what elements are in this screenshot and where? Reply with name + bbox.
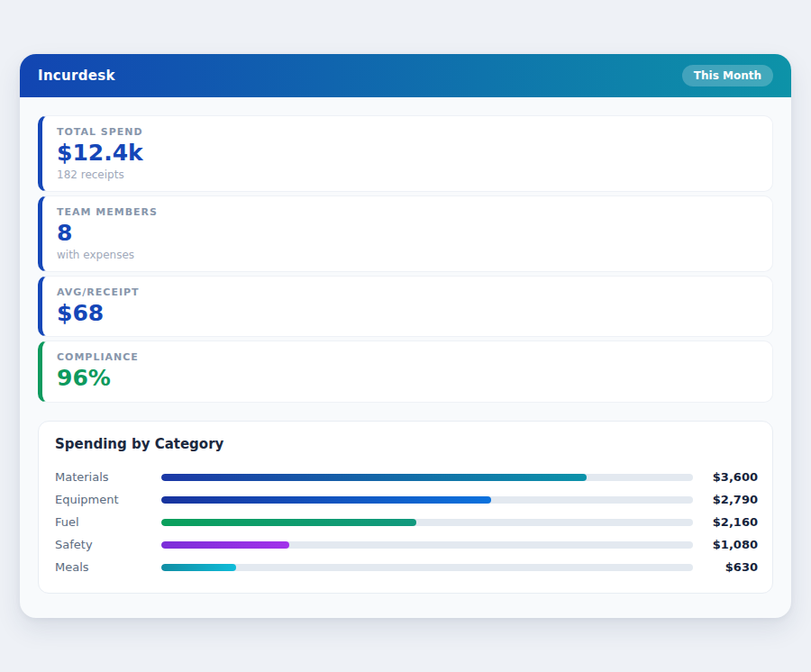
category-label: Safety xyxy=(53,538,161,551)
stat-subtext: with expenses xyxy=(57,249,758,261)
category-bar-fill xyxy=(161,564,236,571)
category-row: Fuel $2,160 xyxy=(53,511,758,533)
panel-content: TOTAL SPEND $12.4k 182 receipts TEAM MEM… xyxy=(20,97,791,612)
stat-label: COMPLIANCE xyxy=(57,351,758,363)
category-row: Meals $630 xyxy=(53,556,758,578)
category-label: Fuel xyxy=(53,515,161,529)
category-value: $630 xyxy=(693,560,758,574)
category-bar-track xyxy=(161,496,693,504)
stat-label: AVG/RECEIPT xyxy=(57,286,758,298)
stat-card-team-members: TEAM MEMBERS 8 with expenses xyxy=(38,195,773,272)
category-row: Materials $3,600 xyxy=(53,466,758,488)
category-bar-fill xyxy=(161,474,587,481)
category-bar-track xyxy=(161,541,693,549)
category-bar-track xyxy=(161,474,693,481)
spending-by-category-card: Spending by Category Materials $3,600 Eq… xyxy=(38,421,773,594)
stat-value: 96% xyxy=(57,366,758,392)
stat-label: TEAM MEMBERS xyxy=(57,206,758,218)
stat-label: TOTAL SPEND xyxy=(57,126,758,138)
category-bar-track xyxy=(161,564,693,571)
category-value: $2,790 xyxy=(693,493,758,506)
category-label: Equipment xyxy=(53,493,161,506)
category-bar-fill xyxy=(161,496,491,504)
stat-value: $12.4k xyxy=(57,141,758,167)
stat-value: 8 xyxy=(57,221,758,247)
stat-card-total-spend: TOTAL SPEND $12.4k 182 receipts xyxy=(38,115,773,192)
category-rows: Materials $3,600 Equipment $2,790 Fuel $… xyxy=(53,466,758,578)
incurdesk-panel: Incurdesk This Month TOTAL SPEND $12.4k … xyxy=(20,54,791,618)
category-row: Equipment $2,790 xyxy=(53,488,758,511)
stats-list: TOTAL SPEND $12.4k 182 receipts TEAM MEM… xyxy=(38,115,773,403)
category-bar-fill xyxy=(161,519,416,526)
category-value: $2,160 xyxy=(693,515,758,529)
stat-value: $68 xyxy=(57,301,758,327)
category-bar-fill xyxy=(161,541,289,549)
stat-card-avg-receipt: AVG/RECEIPT $68 xyxy=(38,276,773,338)
category-label: Materials xyxy=(53,470,161,484)
category-value: $1,080 xyxy=(693,538,758,551)
stat-subtext: 182 receipts xyxy=(57,168,758,181)
category-row: Safety $1,080 xyxy=(53,533,758,556)
category-value: $3,600 xyxy=(693,470,758,484)
app-title: Incurdesk xyxy=(38,68,115,84)
period-badge[interactable]: This Month xyxy=(682,65,773,86)
category-label: Meals xyxy=(53,560,161,574)
stat-card-compliance: COMPLIANCE 96% xyxy=(38,341,773,403)
category-bar-track xyxy=(161,519,693,526)
app-header: Incurdesk This Month xyxy=(20,54,791,97)
chart-title: Spending by Category xyxy=(53,436,758,452)
